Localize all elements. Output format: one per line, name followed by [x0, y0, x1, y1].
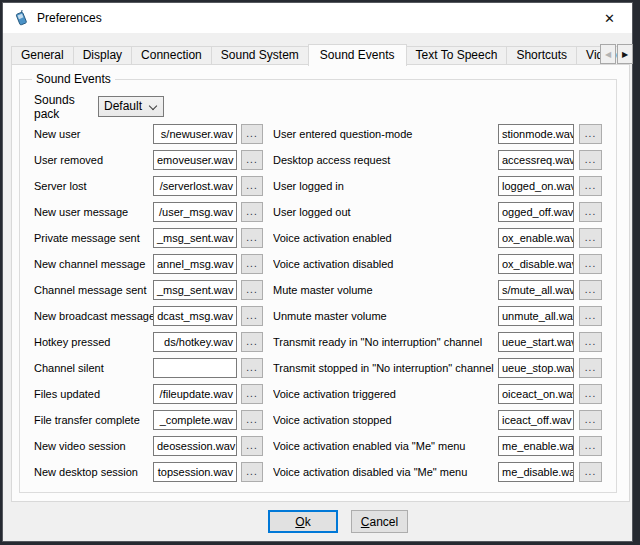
browse-button[interactable]: ... — [241, 124, 263, 144]
cancel-button[interactable]: Cancel — [351, 510, 408, 533]
sound-file-input[interactable]: emoveuser.wav — [153, 150, 237, 170]
browse-button[interactable]: ... — [579, 124, 602, 144]
browse-button[interactable]: ... — [241, 436, 263, 456]
browse-button[interactable]: ... — [241, 462, 263, 482]
events-column-right: User entered question-modestionmode.wav.… — [273, 121, 602, 485]
browse-button[interactable]: ... — [579, 176, 602, 196]
titlebar: Preferences ✕ — [3, 3, 632, 33]
arrow-right-icon: ▶ — [622, 50, 628, 59]
browse-button[interactable]: ... — [579, 410, 602, 430]
browse-button[interactable]: ... — [579, 150, 602, 170]
sound-event-label: Server lost — [34, 180, 153, 192]
sound-file-input[interactable]: topsession.wav — [153, 462, 237, 482]
sounds-pack-value: Default — [104, 99, 142, 113]
sound-file-input[interactable]: _complete.wav — [153, 410, 237, 430]
sound-file-input[interactable]: ox_disable.wav — [498, 254, 574, 274]
arrow-left-icon: ◀ — [605, 50, 611, 59]
sound-event-label: Voice activation enabled — [273, 232, 498, 244]
sound-event-row: New desktop sessiontopsession.wav... — [34, 459, 263, 485]
tab-sound-events[interactable]: Sound Events — [308, 44, 407, 66]
tab-scroll-left-button[interactable]: ◀ — [600, 44, 616, 64]
browse-button[interactable]: ... — [241, 176, 263, 196]
sound-event-row: User entered question-modestionmode.wav.… — [273, 121, 602, 147]
sound-file-input[interactable]: logged_on.wav — [498, 176, 574, 196]
sound-event-label: Voice activation triggered — [273, 388, 498, 400]
browse-button[interactable]: ... — [579, 202, 602, 222]
sound-file-input[interactable]: annel_msg.wav — [153, 254, 237, 274]
sound-event-label: Mute master volume — [273, 284, 498, 296]
sound-file-input[interactable]: /serverlost.wav — [153, 176, 237, 196]
sound-file-input[interactable] — [153, 358, 237, 378]
browse-button[interactable]: ... — [579, 306, 602, 326]
sound-event-row: Hotkey pressedds/hotkey.wav... — [34, 329, 263, 355]
sound-file-input[interactable]: /user_msg.wav — [153, 202, 237, 222]
sound-event-row: Voice activation disabled via "Me" menum… — [273, 459, 602, 485]
browse-button[interactable]: ... — [579, 228, 602, 248]
browse-button[interactable]: ... — [579, 332, 602, 352]
sound-file-input[interactable]: me_enable.wav — [498, 436, 574, 456]
sound-event-row: Transmit stopped in "No interruption" ch… — [273, 355, 602, 381]
sound-file-input[interactable]: _msg_sent.wav — [153, 228, 237, 248]
chevron-down-icon — [149, 102, 157, 110]
browse-button[interactable]: ... — [579, 384, 602, 404]
sound-file-input[interactable]: accessreq.wav — [498, 150, 574, 170]
sound-file-input[interactable]: ueue_start.wav — [498, 332, 574, 352]
browse-button[interactable]: ... — [241, 228, 263, 248]
browse-button[interactable]: ... — [241, 332, 263, 352]
sound-file-input[interactable]: _msg_sent.wav — [153, 280, 237, 300]
ok-button[interactable]: Ok — [268, 510, 338, 533]
browse-button[interactable]: ... — [241, 202, 263, 222]
sound-event-label: File transfer complete — [34, 414, 153, 426]
sound-event-label: New user — [34, 128, 153, 140]
browse-button[interactable]: ... — [241, 410, 263, 430]
sounds-pack-dropdown[interactable]: Default — [98, 96, 164, 117]
sound-file-input[interactable]: me_disable.wav — [498, 462, 574, 482]
sound-file-input[interactable]: /fileupdate.wav — [153, 384, 237, 404]
close-button[interactable]: ✕ — [587, 3, 632, 33]
browse-button[interactable]: ... — [579, 254, 602, 274]
sound-file-input[interactable]: unmute_all.wav — [498, 306, 574, 326]
preferences-dialog: Preferences ✕ GeneralDisplayConnectionSo… — [2, 2, 633, 542]
sounds-pack-row: Sounds pack Default — [34, 96, 616, 117]
sound-file-input[interactable]: oiceact_on.wav — [498, 384, 574, 404]
browse-button[interactable]: ... — [241, 306, 263, 326]
sound-file-input[interactable]: ueue_stop.wav — [498, 358, 574, 378]
tab-shortcuts[interactable]: Shortcuts — [506, 46, 577, 65]
sound-file-input[interactable]: ds/hotkey.wav — [153, 332, 237, 352]
sound-event-label: Voice activation disabled — [273, 258, 498, 270]
sound-event-row: User logged inlogged_on.wav... — [273, 173, 602, 199]
sound-event-row: User logged outogged_off.wav... — [273, 199, 602, 225]
sound-event-row: New users/newuser.wav... — [34, 121, 263, 147]
sound-file-input[interactable]: iceact_off.wav — [498, 410, 574, 430]
events-column-left: New users/newuser.wav...User removedemov… — [34, 121, 263, 485]
sound-file-input[interactable]: s/mute_all.wav — [498, 280, 574, 300]
tab-scroll-right-button[interactable]: ▶ — [617, 44, 633, 64]
sounds-pack-label: Sounds pack — [34, 93, 98, 121]
browse-button[interactable]: ... — [579, 358, 602, 378]
tab-display[interactable]: Display — [73, 46, 132, 65]
tab-text-to-speech[interactable]: Text To Speech — [406, 46, 508, 65]
browse-button[interactable]: ... — [241, 280, 263, 300]
browse-button[interactable]: ... — [579, 280, 602, 300]
sound-file-input[interactable]: s/newuser.wav — [153, 124, 237, 144]
sound-file-input[interactable]: ox_enable.wav — [498, 228, 574, 248]
browse-button[interactable]: ... — [241, 384, 263, 404]
sound-event-label: New video session — [34, 440, 153, 452]
sound-file-input[interactable]: stionmode.wav — [498, 124, 574, 144]
sound-event-label: Channel silent — [34, 362, 153, 374]
app-icon — [13, 10, 29, 26]
sound-event-row: Transmit ready in "No interruption" chan… — [273, 329, 602, 355]
sound-event-row: File transfer complete_complete.wav... — [34, 407, 263, 433]
browse-button[interactable]: ... — [579, 436, 602, 456]
browse-button[interactable]: ... — [241, 150, 263, 170]
sound-file-input[interactable]: ogged_off.wav — [498, 202, 574, 222]
sound-file-input[interactable]: deosession.wav — [153, 436, 237, 456]
browse-button[interactable]: ... — [241, 254, 263, 274]
sound-file-input[interactable]: dcast_msg.wav — [153, 306, 237, 326]
tab-connection[interactable]: Connection — [131, 46, 212, 65]
tab-general[interactable]: General — [11, 46, 74, 65]
sound-event-label: User entered question-mode — [273, 128, 498, 140]
browse-button[interactable]: ... — [579, 462, 602, 482]
tab-sound-system[interactable]: Sound System — [211, 46, 309, 65]
browse-button[interactable]: ... — [241, 358, 263, 378]
